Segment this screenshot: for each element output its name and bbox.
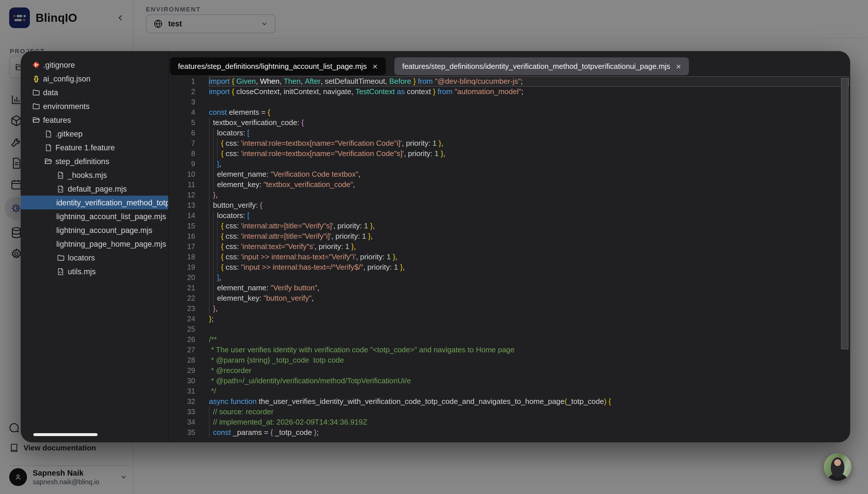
line-number: 32 — [169, 397, 195, 407]
code-line-10[interactable]: 10element_name: "Verification Code textb… — [169, 169, 850, 179]
token: button_verify: — [213, 200, 260, 211]
code-line-26[interactable]: 26/** — [169, 335, 850, 345]
code-line-34[interactable]: 34// implemented_at: 2026-02-09T14:34:36… — [169, 417, 850, 428]
indent-guide — [209, 283, 213, 293]
code-editor[interactable]: 1import { Given, When, Then, After, setD… — [169, 76, 850, 442]
tree-item-ai_config.json[interactable]: {}ai_config.json — [21, 72, 168, 86]
token: ; — [211, 314, 214, 324]
tree-item-feature-1.feature[interactable]: Feature 1.feature — [21, 140, 168, 154]
code-line-27[interactable]: 27 * The user verifies identity with ver… — [169, 345, 850, 355]
token: "button_verify" — [263, 293, 311, 304]
tree-horizontal-scrollbar[interactable] — [33, 433, 97, 436]
code-line-22[interactable]: 22element_key: "button_verify", — [169, 293, 850, 304]
code-line-4[interactable]: 4const elements = { — [169, 107, 850, 118]
tree-item-.gitignore[interactable]: .gitignore — [21, 58, 168, 72]
code-line-17[interactable]: 17{ css: 'internal:text="Verify"s', prio… — [169, 242, 850, 252]
line-content: button_verify: { — [209, 200, 850, 211]
editor-tab-2[interactable]: features/step_definitions/identity_verif… — [394, 57, 689, 75]
tree-item-locators[interactable]: locators — [21, 251, 168, 265]
tree-item-_hooks.mjs[interactable]: _hooks.mjs — [21, 168, 168, 182]
tree-item-label: lightning_account_list_page.mjs — [56, 212, 166, 221]
code-line-28[interactable]: 28 * @param {string} _totp_code totp cod… — [169, 355, 850, 365]
tree-item-utils.mjs[interactable]: utils.mjs — [21, 265, 168, 278]
line-number: 29 — [169, 365, 195, 376]
editor-vertical-scrollbar[interactable] — [841, 78, 849, 349]
token: { — [229, 76, 236, 87]
token: , priority: — [402, 138, 432, 149]
line-number: 28 — [169, 355, 195, 365]
token: css: — [226, 262, 241, 272]
token: * @param {string} _totp_code totp code — [209, 355, 344, 365]
token: import — [209, 87, 229, 97]
code-line-23[interactable]: 23}, — [169, 304, 850, 314]
line-number: 31 — [169, 386, 195, 397]
line-content: { css: "input >> internal:has-text=/^Ver… — [209, 262, 850, 272]
code-line-31[interactable]: 31 */ — [169, 386, 850, 397]
token: from — [418, 76, 433, 87]
code-line-1[interactable]: 1import { Given, When, Then, After, setD… — [169, 76, 850, 87]
code-line-2[interactable]: 2import { closeContext, initContext, nav… — [169, 87, 850, 97]
token: , — [321, 76, 325, 87]
git-icon — [32, 60, 40, 69]
code-line-9[interactable]: 9], — [169, 159, 850, 169]
code-line-19[interactable]: 19{ css: "input >> internal:has-text=/^V… — [169, 262, 850, 272]
code-line-6[interactable]: 6locators: [ — [169, 128, 850, 138]
line-number: 26 — [169, 335, 195, 345]
close-icon[interactable]: × — [373, 62, 378, 71]
close-icon[interactable]: × — [676, 62, 681, 71]
tree-item-.gitkeep[interactable]: .gitkeep — [21, 127, 168, 140]
line-content: element_name: "Verification Code textbox… — [209, 169, 850, 179]
token: { — [221, 221, 226, 231]
file-icon — [44, 129, 53, 138]
tree-item-environments[interactable]: environments — [21, 99, 168, 113]
line-number: 30 — [169, 376, 195, 386]
editor-tab-1[interactable]: features/step_definitions/lightning_acco… — [170, 57, 386, 75]
code-line-8[interactable]: 8{ css: 'internal:role=textbox[name="Ver… — [169, 149, 850, 159]
tree-item-features[interactable]: features — [21, 113, 168, 127]
tree-item-lightning_account_page.mjs[interactable]: lightning_account_page.mjs — [21, 223, 168, 237]
indent-guide — [213, 293, 217, 304]
indent-guide — [209, 138, 213, 149]
code-line-14[interactable]: 14locators: [ — [169, 211, 850, 221]
tree-item-default_page.mjs[interactable]: default_page.mjs — [21, 182, 168, 196]
tree-item-data[interactable]: data — [21, 86, 168, 99]
tree-item-label: Feature 1.feature — [55, 143, 115, 152]
token: // implemented_at: 2026-02-09T14:34:36.9… — [213, 417, 367, 428]
code-line-24[interactable]: 24}; — [169, 314, 850, 324]
tree-item-label: environments — [43, 102, 90, 111]
tab-label: features/step_definitions/lightning_acco… — [178, 62, 367, 71]
code-line-11[interactable]: 11element_key: "textbox_verification_cod… — [169, 179, 850, 190]
code-line-21[interactable]: 21element_name: "Verify button", — [169, 283, 850, 293]
token: , — [219, 159, 221, 169]
tree-item-step_definitions[interactable]: step_definitions — [21, 154, 168, 168]
tree-item-label: lightning_page_home_page.mjs — [56, 240, 166, 248]
indent-guide — [209, 242, 213, 252]
code-line-29[interactable]: 29 * @recorder — [169, 365, 850, 376]
code-line-30[interactable]: 30 * @path=/_ui/identity/verification/me… — [169, 376, 850, 386]
code-line-18[interactable]: 18{ css: 'input >> internal:has-text="Ve… — [169, 252, 850, 262]
token: , — [317, 283, 319, 293]
code-line-5[interactable]: 5textbox_verification_code: { — [169, 118, 850, 128]
tree-item-label: default_page.mjs — [68, 185, 127, 193]
code-line-20[interactable]: 20], — [169, 272, 850, 283]
token: When — [260, 76, 280, 87]
braces-icon: {} — [32, 74, 40, 83]
code-line-15[interactable]: 15{ css: 'internal:attr=[title="Verify"s… — [169, 221, 850, 231]
code-line-16[interactable]: 16{ css: 'internal:attr=[title="Verify"i… — [169, 231, 850, 242]
code-line-33[interactable]: 33// source: recorder — [169, 407, 850, 417]
code-line-32[interactable]: 32async function the_user_verifies_ident… — [169, 397, 850, 407]
support-avatar-button[interactable] — [824, 453, 851, 481]
indent-guide — [213, 138, 217, 149]
code-line-25[interactable]: 25 — [169, 324, 850, 335]
indent-guide — [217, 149, 221, 159]
code-line-35[interactable]: 35const _params = { _totp_code }; — [169, 428, 850, 438]
code-line-12[interactable]: 12}, — [169, 190, 850, 200]
line-number: 4 — [169, 107, 195, 118]
tree-item-lightning_account_list_page.mjs[interactable]: lightning_account_list_page.mjs — [21, 209, 168, 223]
code-line-3[interactable]: 3 — [169, 97, 850, 107]
tree-item-identity_verification_method_totpverificationui_page.mjs[interactable]: identity_verification_method_totpverific… — [21, 196, 168, 209]
token: { — [229, 87, 236, 97]
code-line-7[interactable]: 7{ css: 'internal:role=textbox[name="Ver… — [169, 138, 850, 149]
tree-item-lightning_page_home_page.mjs[interactable]: lightning_page_home_page.mjs — [21, 237, 168, 251]
code-line-13[interactable]: 13button_verify: { — [169, 200, 850, 211]
